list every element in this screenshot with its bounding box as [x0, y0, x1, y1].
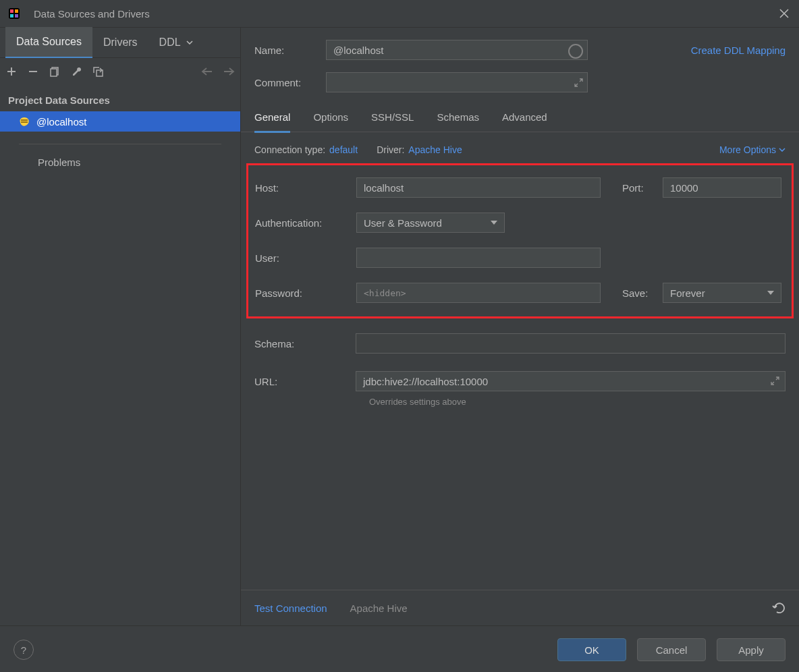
sidebar-tab-drivers[interactable]: Drivers: [92, 28, 148, 57]
authentication-dropdown[interactable]: User & Password: [356, 213, 505, 233]
tab-ssh-ssl[interactable]: SSH/SSL: [371, 104, 414, 133]
test-connection-link[interactable]: Test Connection: [254, 603, 327, 614]
host-label: Host:: [255, 182, 356, 194]
chevron-down-icon: [491, 221, 497, 225]
apply-button[interactable]: Apply: [717, 638, 786, 661]
tab-advanced[interactable]: Advanced: [502, 104, 547, 133]
chevron-down-icon: [186, 40, 193, 45]
revert-icon[interactable]: [772, 603, 786, 613]
back-icon[interactable]: [201, 65, 213, 78]
tab-general[interactable]: General: [254, 104, 290, 133]
chevron-down-icon: [767, 291, 774, 295]
save-dropdown[interactable]: Forever: [663, 283, 781, 303]
main-panel: Name: @localhost Create DDL Mapping Comm…: [241, 28, 799, 625]
password-input[interactable]: <hidden>: [356, 283, 601, 303]
sidebar-tab-data-sources[interactable]: Data Sources: [5, 27, 92, 58]
close-icon[interactable]: [776, 5, 792, 22]
sidebar-divider: [19, 144, 221, 144]
hive-icon: [19, 117, 30, 126]
connection-row: Connection type: default Driver: Apache …: [241, 132, 799, 163]
connection-fields-highlight: Host: localhost Port: 10000 Authenticati…: [246, 163, 794, 318]
datasource-item[interactable]: @localhost: [0, 111, 240, 132]
sidebar-problems[interactable]: Problems: [0, 150, 240, 175]
comment-input[interactable]: [326, 72, 588, 92]
comment-label: Comment:: [254, 77, 326, 88]
color-circle-icon[interactable]: [568, 44, 583, 59]
button-bar: ? OK Cancel Apply: [0, 625, 799, 672]
driver-label: Driver:: [377, 144, 404, 155]
sub-tabs: General Options SSH/SSL Schemas Advanced: [241, 105, 799, 132]
titlebar: Data Sources and Drivers: [0, 0, 799, 28]
more-options-link[interactable]: More Options: [719, 144, 786, 155]
sidebar: Data Sources Drivers DDL: [0, 28, 241, 625]
window-title: Data Sources and Drivers: [34, 8, 150, 20]
url-input[interactable]: jdbc:hive2://localhost:10000: [356, 371, 786, 391]
main-footer: Test Connection Apache Hive: [241, 590, 799, 625]
footer-driver-name[interactable]: Apache Hive: [350, 603, 408, 614]
tab-options[interactable]: Options: [313, 104, 348, 133]
driver-value[interactable]: Apache Hive: [408, 144, 462, 155]
host-input[interactable]: localhost: [356, 177, 601, 198]
add-icon[interactable]: [5, 65, 18, 78]
ok-button[interactable]: OK: [557, 638, 626, 661]
sidebar-tabs: Data Sources Drivers DDL: [0, 28, 240, 58]
schema-label: Schema:: [254, 338, 356, 349]
expand-icon[interactable]: [574, 78, 583, 87]
name-input[interactable]: @localhost: [326, 40, 588, 60]
tab-schemas[interactable]: Schemas: [437, 104, 479, 133]
expand-icon[interactable]: [771, 376, 779, 385]
password-label: Password:: [255, 287, 356, 299]
help-button[interactable]: ?: [13, 640, 34, 660]
cancel-button[interactable]: Cancel: [637, 638, 706, 661]
app-logo-icon: [7, 6, 22, 21]
sidebar-tab-ddl[interactable]: DDL: [148, 28, 204, 57]
make-global-icon[interactable]: [92, 65, 104, 78]
sidebar-section-title: Project Data Sources: [0, 85, 240, 111]
user-label: User:: [255, 252, 356, 264]
create-ddl-mapping-link[interactable]: Create DDL Mapping: [691, 45, 786, 56]
copy-icon[interactable]: [49, 65, 61, 78]
connection-type-value[interactable]: default: [329, 144, 358, 155]
user-input[interactable]: [356, 248, 601, 268]
authentication-label: Authentication:: [255, 217, 356, 229]
svg-rect-2: [51, 69, 57, 76]
forward-icon[interactable]: [223, 65, 235, 78]
wrench-icon[interactable]: [70, 65, 82, 78]
name-label: Name:: [254, 45, 326, 56]
port-input[interactable]: 10000: [663, 177, 781, 198]
url-note: Overrides settings above: [369, 397, 786, 407]
url-label: URL:: [254, 376, 356, 387]
port-label: Port:: [622, 182, 663, 194]
sidebar-toolbar: [0, 58, 240, 85]
remove-icon[interactable]: [27, 65, 39, 78]
save-label: Save:: [622, 287, 663, 299]
connection-type-label: Connection type:: [254, 144, 325, 155]
datasource-label: @localhost: [36, 116, 86, 128]
schema-input[interactable]: [356, 333, 786, 354]
